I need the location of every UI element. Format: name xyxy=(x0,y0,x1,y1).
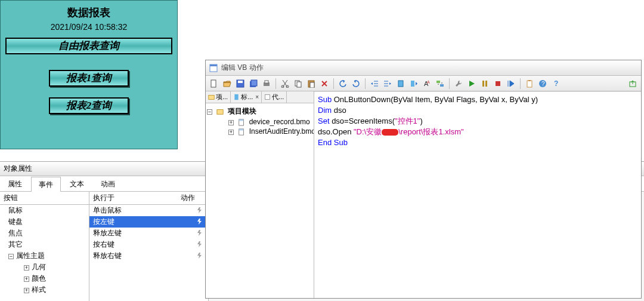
undo-icon[interactable] xyxy=(337,78,349,90)
outdent-icon[interactable] xyxy=(369,78,380,90)
col-action: 动作 xyxy=(181,193,205,203)
save-icon[interactable] xyxy=(234,78,246,90)
bolt-icon xyxy=(195,252,205,260)
svg-rect-23 xyxy=(496,81,500,86)
event-label: 释放右键 xyxy=(93,251,122,261)
hmi-report2-button[interactable]: 报表2查询 xyxy=(49,97,129,114)
tree-leaf-label: InsertAuditEntry.bmo xyxy=(249,127,314,136)
hmi-free-report-button[interactable]: 自由报表查询 xyxy=(5,38,172,54)
print-icon[interactable] xyxy=(261,78,273,90)
collapse-icon[interactable]: − xyxy=(8,254,14,259)
tree-root-project-modules[interactable]: − 项目模块 xyxy=(207,106,312,117)
tree-leaf-label: device_record.bmo xyxy=(249,118,310,126)
toolbar-separator xyxy=(333,78,334,89)
bookmark-next-icon[interactable] xyxy=(408,78,420,90)
tree-attr-theme-label: 属性主题 xyxy=(16,251,45,260)
tree-geom-label: 几何 xyxy=(32,263,46,271)
step-icon[interactable] xyxy=(505,78,517,90)
indent-icon[interactable] xyxy=(382,78,394,90)
expand-icon[interactable]: + xyxy=(228,120,234,125)
stop-icon[interactable] xyxy=(492,78,504,90)
properties-category-tree: 按钮 鼠标 键盘 焦点 其它 −属性主题 +几何 +颜色 +样式 xyxy=(0,192,89,301)
vb-sidetab-bookmarks[interactable]: 标...× xyxy=(231,91,262,103)
event-list: 执行于 动作 单击鼠标 按左键 释放左键 按右键 释放右键 xyxy=(89,192,209,301)
svg-rect-30 xyxy=(209,95,214,99)
event-row-click[interactable]: 单击鼠标 xyxy=(89,205,208,216)
toolbar-separator xyxy=(520,78,521,89)
close-icon[interactable]: × xyxy=(255,94,259,100)
vb-sidetab-project[interactable]: 项... xyxy=(206,91,231,103)
cut-icon[interactable] xyxy=(279,78,291,90)
svg-rect-2 xyxy=(211,80,216,87)
svg-point-9 xyxy=(281,85,284,88)
tab-attributes[interactable]: 属性 xyxy=(0,176,30,191)
bookmark-icon[interactable] xyxy=(395,78,407,90)
tree-leaf-insert-audit[interactable]: + InsertAuditEntry.bmo xyxy=(207,127,312,136)
hmi-report1-button[interactable]: 报表1查询 xyxy=(49,70,129,87)
svg-rect-4 xyxy=(238,81,243,83)
tree-geom[interactable]: +几何 xyxy=(16,262,89,273)
expand-icon[interactable]: + xyxy=(24,265,29,271)
expand-icon[interactable]: + xyxy=(24,277,29,282)
expand-icon[interactable]: + xyxy=(228,130,234,135)
expand-icon[interactable]: + xyxy=(24,288,29,293)
folder-icon xyxy=(216,108,224,115)
open-icon[interactable] xyxy=(221,78,233,90)
redo-icon[interactable] xyxy=(350,78,362,90)
text-icon[interactable]: AA xyxy=(421,78,433,90)
new-icon[interactable] xyxy=(208,78,220,90)
wrench-icon[interactable] xyxy=(453,78,465,90)
bolt-icon xyxy=(195,218,205,226)
collapse-icon[interactable]: − xyxy=(207,109,212,115)
tree-root-label: 项目模块 xyxy=(228,107,256,115)
vb-toolbar: AA ? ? xyxy=(206,76,641,91)
tree-attr-theme[interactable]: −属性主题 xyxy=(0,250,89,262)
event-row-rbutton-down[interactable]: 按右键 xyxy=(89,239,208,250)
tree-style[interactable]: +样式 xyxy=(16,284,89,296)
svg-rect-6 xyxy=(251,80,257,86)
question-icon[interactable]: ? xyxy=(550,78,562,90)
event-row-lbutton-down[interactable]: 按左键 xyxy=(89,216,208,228)
sidetab-label: 代... xyxy=(272,93,284,102)
bolt-icon xyxy=(195,207,205,215)
tree-mouse[interactable]: 鼠标 xyxy=(0,205,89,216)
vb-sidetab-code[interactable]: 代... xyxy=(262,91,287,103)
svg-rect-21 xyxy=(482,81,484,87)
tree-leaf-device-record[interactable]: + device_record.bmo xyxy=(207,117,312,127)
export-icon[interactable] xyxy=(627,78,639,90)
toolbar-separator xyxy=(449,78,450,89)
tree-focus[interactable]: 焦点 xyxy=(0,228,89,239)
event-row-lbutton-up[interactable]: 释放左键 xyxy=(89,228,208,239)
copy-icon[interactable] xyxy=(292,78,304,90)
tab-events[interactable]: 事件 xyxy=(31,177,61,192)
vb-code-editor[interactable]: Sub OnLButtonDown(ByVal Item, ByVal Flag… xyxy=(314,91,641,298)
replace-icon[interactable] xyxy=(434,78,446,90)
delete-icon[interactable] xyxy=(318,78,330,90)
svg-rect-19 xyxy=(436,81,440,83)
svg-text:?: ? xyxy=(554,79,558,88)
event-row-rbutton-up[interactable]: 释放右键 xyxy=(89,250,208,262)
svg-rect-22 xyxy=(485,81,487,87)
tab-animation[interactable]: 动画 xyxy=(93,176,123,191)
paste-icon[interactable] xyxy=(305,78,317,90)
event-label: 释放左键 xyxy=(93,228,122,238)
svg-rect-24 xyxy=(527,81,532,87)
tree-color[interactable]: +颜色 xyxy=(16,273,89,284)
vb-project-tree: − 项目模块 + device_record.bmo + InsertAudit… xyxy=(206,103,314,298)
vb-titlebar[interactable]: 编辑 VB 动作 xyxy=(206,60,641,76)
module-icon xyxy=(238,128,245,136)
svg-rect-31 xyxy=(235,94,239,100)
tab-text[interactable]: 文本 xyxy=(62,176,92,191)
tree-keyboard[interactable]: 键盘 xyxy=(0,216,89,228)
run-icon[interactable] xyxy=(466,78,478,90)
svg-point-10 xyxy=(286,85,289,88)
tree-misc[interactable]: 其它 xyxy=(0,239,89,250)
pause-icon[interactable] xyxy=(479,78,491,90)
bolt-icon xyxy=(195,229,205,238)
clipboard-icon[interactable] xyxy=(524,78,535,90)
tree-color-label: 颜色 xyxy=(32,274,46,282)
svg-rect-8 xyxy=(265,81,268,83)
saveall-icon[interactable] xyxy=(247,78,259,90)
svg-rect-12 xyxy=(297,82,301,87)
help-icon[interactable]: ? xyxy=(537,78,549,90)
